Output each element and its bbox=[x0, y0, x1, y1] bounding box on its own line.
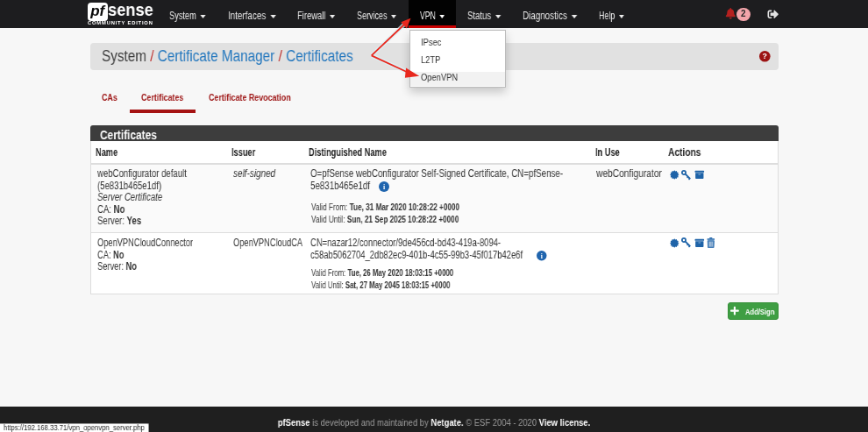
svg-text:?: ? bbox=[762, 52, 766, 60]
svg-text:i: i bbox=[382, 183, 385, 191]
